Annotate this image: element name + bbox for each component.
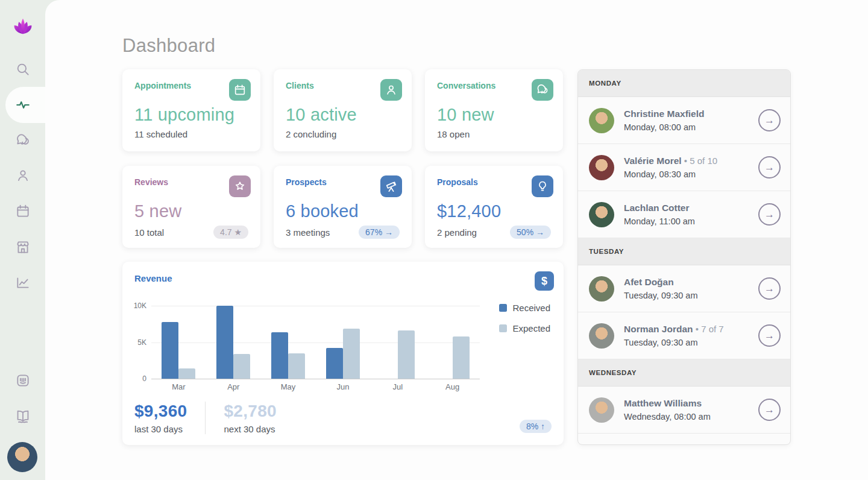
schedule-item[interactable]: Lachlan CotterMonday, 11:00 am→	[578, 191, 790, 238]
card-proposals[interactable]: Proposals $12,400 2 pending 50% →	[425, 166, 563, 248]
card-value: 6 booked	[286, 201, 400, 221]
user-avatar[interactable]	[7, 442, 37, 472]
divider	[205, 402, 206, 434]
card-reviews[interactable]: Reviews 5 new 10 total 4.7 ★	[122, 166, 260, 248]
appointment-time: Tuesday, 09:30 am	[624, 338, 758, 347]
chat-bubbles-icon	[532, 79, 553, 101]
x-tick-may: May	[261, 382, 316, 391]
open-arrow-button[interactable]: →	[758, 399, 781, 421]
sidebar-item-store[interactable]	[0, 235, 45, 259]
open-arrow-button[interactable]: →	[758, 277, 781, 300]
appointment-time: Tuesday, 09:30 am	[624, 291, 758, 300]
sidebar-item-messenger[interactable]	[0, 368, 45, 393]
sidebar-item-search[interactable]	[0, 57, 45, 81]
search-icon	[15, 62, 31, 77]
revenue-bar-chart: 10K5K0	[151, 306, 480, 379]
star-icon	[229, 175, 251, 197]
bar-group-jun	[315, 306, 370, 379]
revenue-footer: $9,360 last 30 days $2,780 next 30 days …	[134, 402, 552, 434]
telescope-icon	[380, 175, 402, 197]
stat-value: $9,360	[134, 402, 187, 421]
card-subtitle: 2 pending	[437, 227, 477, 238]
schedule-item-info: Norman Jordan • 7 of 7Tuesday, 09:30 am	[624, 324, 758, 347]
page-title: Dashboard	[122, 35, 215, 57]
stat-cards-grid: Appointments 11 upcoming 11 scheduled Cl…	[122, 69, 564, 248]
appointment-time: Wednesday, 08:00 am	[624, 412, 758, 422]
schedule-item-info: Valérie Morel • 5 of 10Monday, 08:30 am	[624, 156, 758, 179]
stat-value: $2,780	[224, 402, 276, 421]
open-arrow-button[interactable]: →	[758, 156, 781, 178]
growth-badge: 8% ↑	[520, 420, 552, 433]
sidebar-item-calendar[interactable]	[0, 199, 45, 223]
bar-group-aug	[425, 306, 480, 379]
bar-group-mar	[151, 306, 206, 379]
calendar-icon	[229, 79, 251, 101]
revenue-title: Revenue	[134, 273, 552, 283]
open-arrow-button[interactable]: →	[758, 324, 781, 347]
appointment-time: Monday, 11:00 am	[624, 216, 758, 226]
lotus-logo	[0, 14, 45, 37]
avatar	[589, 108, 614, 133]
stat-label: next 30 days	[224, 424, 276, 434]
bar-expected-mar	[178, 368, 195, 379]
schedule-item[interactable]: Afet DoğanTuesday, 09:30 am→	[578, 265, 790, 312]
avatar	[589, 202, 614, 227]
card-value: 5 new	[134, 201, 248, 221]
day-header-wednesday: WEDNESDAY	[578, 359, 790, 387]
bar-received-mar	[162, 322, 178, 379]
bars	[151, 306, 480, 379]
schedule-item[interactable]: Matthew WilliamsWednesday, 08:00 am→	[578, 387, 790, 434]
revenue-stat-next-30-days: $2,780 next 30 days	[224, 402, 276, 434]
app: Dashboard Appointments 11 upcoming 11 sc…	[0, 0, 868, 480]
person-name: Matthew Williams	[624, 398, 758, 409]
legend-swatch-received	[499, 304, 507, 312]
bar-received-jun	[326, 348, 343, 379]
card-clients[interactable]: Clients 10 active 2 concluding	[274, 69, 412, 151]
bar-group-apr	[206, 306, 261, 379]
sidebar-item-analytics[interactable]	[0, 271, 45, 295]
revenue-stat-last-30-days: $9,360 last 30 days	[134, 402, 187, 434]
schedule-item[interactable]: Christine MaxfieldMonday, 08:00 am→	[578, 97, 790, 144]
bar-received-may	[271, 332, 288, 379]
person-name: Afet Doğan	[624, 277, 758, 288]
trend-chart-icon	[15, 275, 31, 291]
appointment-time: Monday, 08:30 am	[624, 169, 758, 179]
card-value: 10 active	[286, 105, 400, 125]
schedule-item[interactable]: Valérie Morel • 5 of 10Monday, 08:30 am→	[578, 144, 790, 191]
schedule-item-info: Matthew WilliamsWednesday, 08:00 am	[624, 398, 758, 422]
revenue-card: Revenue $ 10K5K0 MarAprMayJunJulAug Rece…	[122, 262, 564, 445]
person-name: Christine Maxfield	[624, 109, 758, 119]
card-appointments[interactable]: Appointments 11 upcoming 11 scheduled	[122, 69, 260, 151]
sidebar-item-clients[interactable]	[0, 163, 45, 188]
avatar	[589, 155, 614, 180]
rating-badge: 4.7 ★	[213, 226, 248, 239]
dollar-icon[interactable]: $	[535, 271, 554, 291]
chart-legend: Received Expected	[499, 303, 550, 344]
x-tick-jul: Jul	[370, 382, 425, 391]
bar-expected-jul	[398, 330, 415, 379]
legend-item-expected: Expected	[499, 323, 550, 333]
bar-expected-may	[288, 353, 305, 379]
person-name: Valérie Morel • 5 of 10	[624, 156, 758, 166]
sidebar-item-library[interactable]	[0, 404, 45, 428]
progress-badge: 50% →	[510, 226, 551, 239]
bar-received-apr	[216, 306, 233, 379]
stat-label: last 30 days	[134, 424, 187, 434]
bar-expected-jun	[343, 329, 360, 379]
open-arrow-button[interactable]: →	[758, 109, 781, 131]
card-value: 10 new	[437, 105, 551, 125]
person-name: Norman Jordan • 7 of 7	[624, 324, 758, 335]
sidebar-item-activity[interactable]	[0, 93, 45, 117]
person-name: Lachlan Cotter	[624, 203, 758, 213]
card-conversations[interactable]: Conversations 10 new 18 open	[425, 69, 563, 151]
messenger-icon	[15, 373, 31, 388]
card-prospects[interactable]: Prospects 6 booked 3 meetings 67% →	[274, 166, 412, 248]
progress-badge: 67% →	[359, 226, 400, 239]
attendance-meta: • 7 of 7	[693, 324, 724, 334]
open-arrow-button[interactable]: →	[758, 203, 781, 226]
schedule-item[interactable]: Norman Jordan • 7 of 7Tuesday, 09:30 am→	[578, 312, 790, 359]
x-tick-apr: Apr	[206, 382, 261, 391]
sidebar-item-conversations[interactable]	[0, 128, 45, 153]
avatar	[589, 397, 614, 423]
main-column: Appointments 11 upcoming 11 scheduled Cl…	[122, 69, 564, 445]
